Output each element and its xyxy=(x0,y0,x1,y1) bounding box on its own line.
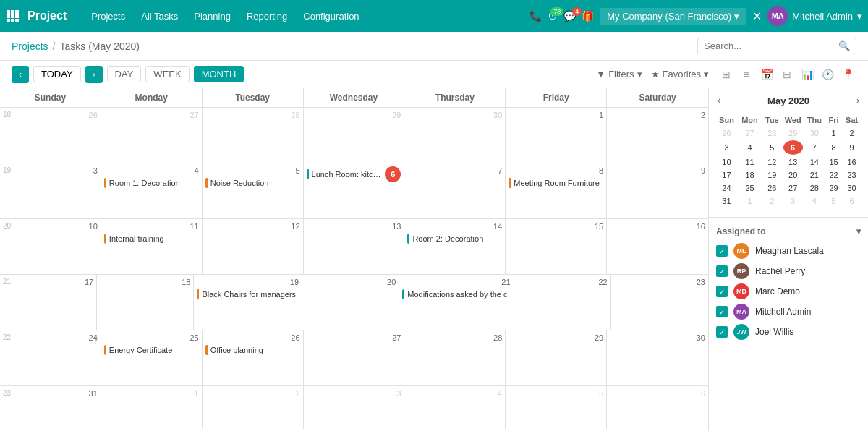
mini-cal-day-r5c1[interactable]: 1 xyxy=(739,195,761,207)
close-icon[interactable]: ✕ xyxy=(752,9,762,23)
cal-cell-w2-d1[interactable]: 11Internal training xyxy=(101,219,203,274)
mini-cal-day-r2c3[interactable]: 13 xyxy=(783,156,803,168)
cal-cell-w3-d0[interactable]: 2117 xyxy=(0,275,97,330)
cal-cell-w5-d0[interactable]: 2331 xyxy=(0,386,101,429)
mini-cal-day-r2c2[interactable]: 12 xyxy=(762,156,782,168)
mini-cal-day-r2c1[interactable]: 11 xyxy=(739,156,761,168)
day-button[interactable]: DAY xyxy=(107,66,142,82)
mini-cal-day-r3c2[interactable]: 19 xyxy=(762,169,782,181)
mini-cal-day-r4c0[interactable]: 24 xyxy=(716,182,737,194)
assigned-checkbox[interactable]: ✓ xyxy=(716,326,728,338)
favorites-button[interactable]: ★ Favorites ▾ xyxy=(651,69,709,80)
month-button[interactable]: MONTH xyxy=(194,66,244,82)
phone-icon-container[interactable]: 📞 xyxy=(529,10,542,22)
mini-cal-day-r5c0[interactable]: 31 xyxy=(716,195,737,207)
mini-cal-day-r2c4[interactable]: 14 xyxy=(804,156,825,168)
task-item[interactable]: Lunch Room: kitchen xyxy=(307,169,386,179)
mini-cal-day-r5c3[interactable]: 3 xyxy=(783,195,803,207)
table-view-icon[interactable]: ⊟ xyxy=(778,66,796,83)
cal-cell-w1-d4[interactable]: 7 xyxy=(404,163,506,218)
cal-cell-w0-d1[interactable]: 27 xyxy=(101,108,203,163)
cal-cell-w4-d4[interactable]: 28 xyxy=(404,330,506,385)
cal-cell-w0-d0[interactable]: 1826 xyxy=(0,108,101,163)
mini-cal-day-r2c0[interactable]: 10 xyxy=(716,156,737,168)
app-grid-icon[interactable] xyxy=(6,9,19,22)
cal-cell-w2-d6[interactable]: 16 xyxy=(607,219,708,274)
mini-cal-day-r5c5[interactable]: 5 xyxy=(826,195,841,207)
mini-cal-day-r2c5[interactable]: 15 xyxy=(826,156,841,168)
cal-cell-w0-d5[interactable]: 1 xyxy=(506,108,607,163)
nav-planning[interactable]: Planning xyxy=(187,8,238,25)
calendar-view-icon[interactable]: 📅 xyxy=(758,66,775,83)
mini-cal-day-r5c2[interactable]: 2 xyxy=(762,195,782,207)
cal-cell-w1-d3[interactable]: 6Lunch Room: kitchen xyxy=(304,163,405,218)
mini-cal-day-r4c2[interactable]: 26 xyxy=(762,182,782,194)
mini-cal-day-r5c6[interactable]: 6 xyxy=(843,195,861,207)
next-button[interactable]: › xyxy=(85,66,103,83)
cal-cell-w1-d0[interactable]: 193 xyxy=(0,163,101,218)
task-item[interactable]: Meeting Room Furniture xyxy=(509,178,603,188)
cal-cell-w0-d4[interactable]: 30 xyxy=(404,108,506,163)
cal-cell-w2-d2[interactable]: 12 xyxy=(203,219,304,274)
kanban-view-icon[interactable]: ⊞ xyxy=(718,66,735,83)
mini-cal-day-r4c3[interactable]: 27 xyxy=(783,182,803,194)
mini-cal-day-r0c3[interactable]: 29 xyxy=(783,127,803,139)
mini-cal-day-r0c0[interactable]: 26 xyxy=(716,127,737,139)
cal-cell-w4-d1[interactable]: 25Energy Certificate xyxy=(101,330,203,385)
cal-cell-w5-d3[interactable]: 3 xyxy=(304,386,405,429)
mini-cal-day-r3c6[interactable]: 23 xyxy=(843,169,861,181)
gift-icon[interactable]: 🎁 xyxy=(582,10,594,22)
cal-cell-w4-d2[interactable]: 26Office planning xyxy=(203,330,304,385)
nav-projects[interactable]: Projects xyxy=(84,8,132,25)
search-input[interactable] xyxy=(704,40,834,51)
task-item[interactable]: Room 2: Decoration xyxy=(407,234,502,244)
task-item[interactable]: Internal training xyxy=(104,234,199,244)
cal-cell-w1-d6[interactable]: 9 xyxy=(607,163,708,218)
task-item[interactable]: Office planning xyxy=(205,345,300,355)
assigned-person-3[interactable]: ✓MAMitchell Admin xyxy=(716,302,861,322)
mini-cal-day-r0c2[interactable]: 28 xyxy=(762,127,782,139)
nav-all-tasks[interactable]: All Tasks xyxy=(134,8,185,25)
mini-cal-day-r3c1[interactable]: 18 xyxy=(739,169,761,181)
cal-cell-w5-d6[interactable]: 6 xyxy=(607,386,708,429)
mini-cal-day-r1c6[interactable]: 9 xyxy=(843,140,861,155)
cal-cell-w0-d6[interactable]: 2 xyxy=(607,108,708,163)
mini-cal-day-r4c6[interactable]: 30 xyxy=(843,182,861,194)
mini-cal-day-r1c3[interactable]: 6 xyxy=(783,140,803,155)
cal-cell-w5-d2[interactable]: 2 xyxy=(203,386,304,429)
company-button[interactable]: My Company (San Francisco) ▾ xyxy=(600,8,746,25)
assigned-person-2[interactable]: ✓MDMarc Demo xyxy=(716,281,861,302)
cal-cell-w3-d6[interactable]: 23 xyxy=(611,275,708,330)
mini-cal-day-r0c5[interactable]: 1 xyxy=(826,127,841,139)
cal-cell-w2-d0[interactable]: 2010 xyxy=(0,219,101,274)
map-view-icon[interactable]: 📍 xyxy=(839,66,856,83)
mini-cal-day-r0c1[interactable]: 27 xyxy=(739,127,761,139)
assigned-checkbox[interactable]: ✓ xyxy=(716,306,728,317)
cal-cell-w5-d5[interactable]: 5 xyxy=(506,386,607,429)
clock-view-icon[interactable]: 🕐 xyxy=(819,66,836,83)
user-button[interactable]: MA Mitchell Admin ▾ xyxy=(767,6,862,26)
cal-cell-w3-d1[interactable]: 18 xyxy=(97,275,194,330)
cal-cell-w2-d3[interactable]: 13 xyxy=(304,219,405,274)
cal-cell-w2-d4[interactable]: 14Room 2: Decoration xyxy=(404,219,506,274)
assigned-checkbox[interactable]: ✓ xyxy=(716,265,728,277)
assigned-person-4[interactable]: ✓JWJoel Willis xyxy=(716,322,861,342)
assigned-chevron-icon[interactable]: ▾ xyxy=(856,226,861,236)
cal-cell-w1-d2[interactable]: 5Noise Reduction xyxy=(203,163,304,218)
mini-cal-day-r1c2[interactable]: 5 xyxy=(762,140,782,155)
cal-cell-w3-d3[interactable]: 20 xyxy=(302,275,399,330)
cal-cell-w5-d4[interactable]: 4 xyxy=(404,386,506,429)
assigned-person-1[interactable]: ✓RPRachel Perry xyxy=(716,261,861,281)
mini-cal-prev[interactable]: ‹ xyxy=(715,94,723,107)
mini-cal-day-r0c6[interactable]: 2 xyxy=(843,127,861,139)
mini-cal-day-r0c4[interactable]: 30 xyxy=(804,127,825,139)
cal-cell-w4-d6[interactable]: 30 xyxy=(607,330,708,385)
nav-configuration[interactable]: Configuration xyxy=(296,8,366,25)
mini-cal-day-r1c0[interactable]: 3 xyxy=(716,140,737,155)
cal-cell-w1-d5[interactable]: 8Meeting Room Furniture xyxy=(506,163,607,218)
assigned-person-0[interactable]: ✓MLMeaghan Lascala xyxy=(716,241,861,261)
mini-cal-day-r1c4[interactable]: 7 xyxy=(804,140,825,155)
mini-cal-day-r4c5[interactable]: 29 xyxy=(826,182,841,194)
cal-cell-w2-d5[interactable]: 15 xyxy=(506,219,607,274)
chat-container[interactable]: 💬 4 xyxy=(563,10,576,22)
